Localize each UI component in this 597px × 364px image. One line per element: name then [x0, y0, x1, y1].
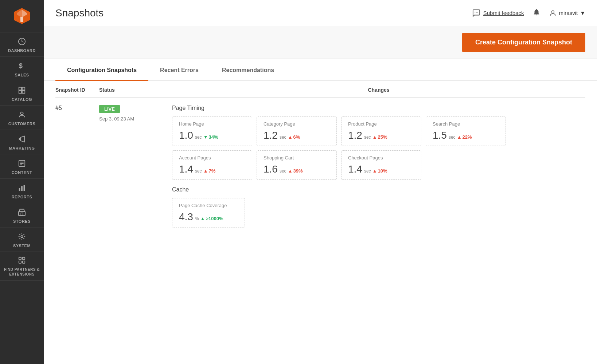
top-header: Snapshots Submit feedback mirasvit ▼ [44, 0, 597, 26]
user-menu-button[interactable]: mirasvit ▼ [549, 9, 585, 17]
sidebar-item-reports[interactable]: REPORTS [0, 179, 44, 203]
submit-feedback-label: Submit feedback [483, 10, 524, 16]
card-change-cache: >1000% [200, 216, 223, 221]
card-value-search: 1.5 [433, 130, 447, 141]
notifications-button[interactable] [532, 8, 541, 18]
sidebar-item-label: SALES [15, 73, 29, 77]
timing-card-category-page: Category Page 1.2 sec 6% [257, 116, 337, 146]
header-actions: Submit feedback mirasvit ▼ [472, 8, 585, 18]
card-unit-shopping-cart: sec [280, 169, 286, 174]
sidebar-item-sales[interactable]: $ SALES [0, 57, 44, 81]
action-bar: Create Configuration Snapshot [44, 26, 597, 59]
svg-rect-26 [23, 261, 25, 263]
svg-marker-12 [20, 136, 24, 142]
tab-recommendations[interactable]: Recommendations [210, 59, 286, 81]
tab-configuration-snapshots[interactable]: Configuration Snapshots [55, 59, 148, 81]
bell-icon [532, 8, 541, 16]
card-label-checkout: Checkout Pages [348, 155, 414, 161]
status-column: LIVE Sep 3, 09:23 AM [99, 105, 172, 122]
sidebar-item-dashboard[interactable]: DASHBOARD [0, 32, 44, 57]
card-unit-cache: % [195, 216, 199, 221]
card-value-checkout: 1.4 [348, 163, 362, 175]
sidebar-item-label: CUSTOMERS [8, 122, 36, 126]
svg-rect-19 [24, 185, 25, 191]
table-header: Snapshot ID Status Changes [55, 81, 585, 98]
cards-row-1: Home Page 1.0 sec 34% Category Page 1.2 … [172, 116, 585, 146]
sidebar-item-label: STORES [13, 219, 31, 223]
content-icon [18, 159, 26, 167]
sidebar-item-content[interactable]: CONTENT [0, 154, 44, 179]
card-label-category: Category Page [264, 121, 330, 127]
card-value-home: 1.0 [179, 130, 193, 141]
svg-rect-9 [22, 91, 25, 93]
card-value-account: 1.4 [179, 163, 193, 175]
sidebar-item-label: REPORTS [12, 195, 32, 199]
cards-row-2: Account Pages 1.4 sec 7% Shopping Cart 1… [172, 150, 585, 180]
card-change-shopping-cart: 39% [288, 168, 303, 174]
svg-text:$: $ [19, 62, 23, 70]
create-snapshot-button[interactable]: Create Configuration Snapshot [462, 33, 585, 52]
card-value-row-product: 1.2 sec 25% [348, 130, 414, 141]
card-label-shopping-cart: Shopping Cart [264, 155, 330, 161]
svg-rect-7 [22, 87, 25, 90]
card-change-product: 25% [372, 134, 387, 140]
arrow-up-icon [203, 168, 208, 174]
card-spacer [426, 150, 506, 180]
card-change-category: 6% [288, 134, 300, 140]
arrow-up-icon [372, 134, 377, 140]
cache-section: Cache Page Cache Coverage 4.3 % >1000% [172, 186, 585, 228]
user-menu-chevron: ▼ [580, 10, 585, 16]
sidebar-item-marketing[interactable]: MARKETING [0, 130, 44, 154]
content-area: Snapshot ID Status Changes #5 LIVE Sep 3… [44, 81, 597, 364]
arrow-up-icon [200, 216, 205, 221]
card-value-product: 1.2 [348, 130, 362, 141]
svg-point-28 [476, 12, 477, 13]
tab-recent-errors[interactable]: Recent Errors [148, 59, 210, 81]
card-unit-category: sec [280, 135, 286, 140]
snapshot-id: #5 [55, 105, 99, 111]
marketing-icon [18, 135, 26, 143]
svg-rect-20 [19, 211, 25, 215]
table-row: #5 LIVE Sep 3, 09:23 AM Page Timing Home… [55, 98, 585, 235]
card-unit-home: sec [195, 135, 202, 140]
sidebar-item-stores[interactable]: STORES [0, 203, 44, 228]
timing-card-checkout-pages: Checkout Pages 1.4 sec 10% [341, 150, 421, 180]
card-label-account: Account Pages [179, 155, 245, 161]
sidebar-item-label: DASHBOARD [8, 48, 36, 53]
sidebar-item-label: MARKETING [9, 146, 35, 150]
card-label-product: Product Page [348, 121, 414, 127]
card-value-row-checkout: 1.4 sec 10% [348, 163, 414, 175]
main-content: Snapshots Submit feedback mirasvit ▼ Cre… [44, 0, 597, 364]
sidebar-item-catalog[interactable]: CATALOG [0, 81, 44, 106]
sidebar-logo [0, 0, 44, 32]
svg-rect-23 [19, 257, 21, 260]
tabs-bar: Configuration Snapshots Recent Errors Re… [44, 59, 597, 81]
card-value-category: 1.2 [264, 130, 278, 141]
live-badge: LIVE [99, 105, 120, 113]
page-timing-title: Page Timing [172, 105, 585, 111]
reports-icon [18, 184, 26, 192]
svg-rect-18 [21, 186, 23, 191]
sidebar-item-customers[interactable]: CUSTOMERS [0, 106, 44, 130]
card-label-cache: Page Cache Coverage [179, 203, 238, 208]
submit-feedback-button[interactable]: Submit feedback [472, 9, 524, 17]
sidebar-item-label: CATALOG [12, 97, 32, 102]
svg-rect-25 [19, 261, 21, 263]
card-value-shopping-cart: 1.6 [264, 163, 278, 175]
dashboard-icon [18, 37, 26, 46]
card-value-row-shopping-cart: 1.6 sec 39% [264, 163, 330, 175]
cache-card-page-coverage: Page Cache Coverage 4.3 % >1000% [172, 198, 245, 228]
sidebar-item-find-partners[interactable]: FIND PARTNERS & EXTENSIONS [0, 252, 44, 281]
svg-rect-24 [23, 257, 25, 260]
card-label-home: Home Page [179, 121, 245, 127]
feedback-icon [472, 9, 480, 17]
svg-point-30 [552, 11, 554, 13]
changes-column: Page Timing Home Page 1.0 sec 34% [172, 105, 585, 228]
card-unit-checkout: sec [364, 169, 371, 174]
cache-title: Cache [172, 186, 585, 193]
system-icon [18, 233, 26, 241]
sidebar-item-system[interactable]: SYSTEM [0, 228, 44, 252]
timing-card-home-page: Home Page 1.0 sec 34% [172, 116, 252, 146]
catalog-icon [18, 86, 26, 94]
extensions-icon [18, 256, 26, 264]
